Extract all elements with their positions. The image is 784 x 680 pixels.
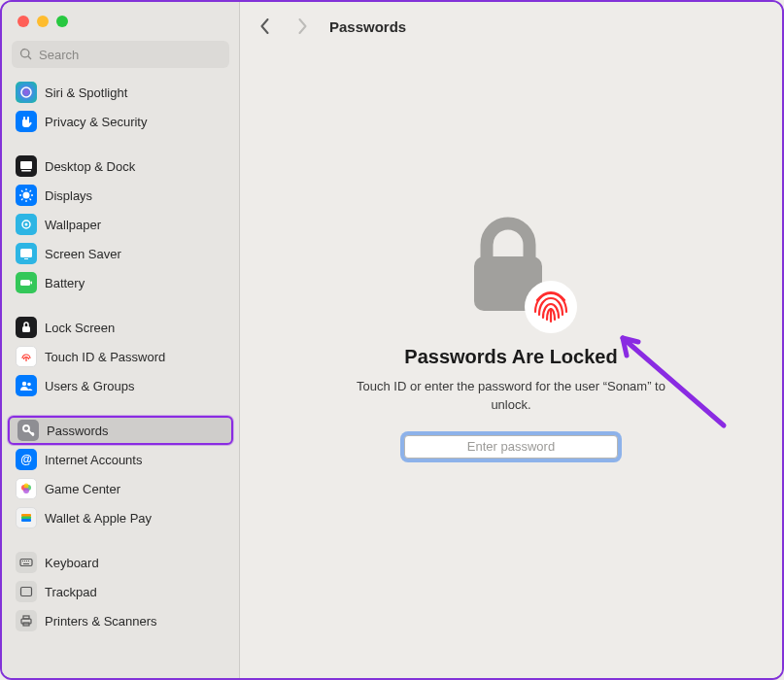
toolbar: Passwords: [240, 2, 782, 51]
sidebar-item-users-groups[interactable]: Users & Groups: [8, 371, 233, 400]
trackpad-icon: [16, 581, 37, 602]
svg-rect-16: [20, 280, 30, 286]
sidebar-item-label: Printers & Scanners: [45, 614, 157, 629]
sidebar-item-passwords[interactable]: Passwords: [8, 416, 233, 445]
lockscreen-icon: [16, 317, 37, 338]
svg-line-8: [21, 190, 23, 192]
search-icon: [19, 48, 33, 61]
sidebar-item-label: Wallet & Apple Pay: [45, 511, 152, 526]
maximize-window-button[interactable]: [56, 16, 68, 27]
svg-rect-36: [21, 588, 32, 596]
hand-icon: [16, 111, 37, 132]
svg-line-11: [30, 190, 32, 192]
sidebar-item-label: Passwords: [47, 424, 109, 438]
printer-icon: [16, 610, 37, 631]
locked-subtext: Touch ID or enter the password for the u…: [356, 378, 666, 413]
svg-rect-31: [22, 561, 23, 561]
wallet-icon: [16, 507, 37, 528]
sidebar-item-label: Keyboard: [45, 556, 99, 570]
battery-icon: [16, 272, 37, 293]
svg-point-20: [27, 383, 31, 387]
page-title: Passwords: [329, 18, 406, 35]
lock-graphic: [458, 212, 564, 328]
sidebar-item-keyboard[interactable]: Keyboard: [8, 548, 233, 577]
svg-rect-18: [22, 326, 30, 332]
siri-icon: [16, 82, 37, 103]
svg-rect-29: [21, 519, 31, 522]
sidebar-item-label: Game Center: [45, 482, 120, 496]
svg-point-26: [24, 484, 29, 489]
sidebar-item-touch-id-password[interactable]: Touch ID & Password: [8, 342, 233, 371]
sidebar-item-siri-spotlight[interactable]: Siri & Spotlight: [8, 78, 233, 107]
locked-heading: Passwords Are Locked: [404, 346, 617, 368]
svg-point-19: [22, 382, 26, 386]
sidebar-item-battery[interactable]: Battery: [8, 268, 233, 297]
svg-point-0: [21, 87, 31, 97]
svg-rect-2: [21, 170, 31, 172]
gamecenter-icon: [16, 478, 37, 499]
svg-rect-38: [23, 616, 29, 619]
sidebar-item-label: Screen Saver: [45, 247, 121, 261]
svg-point-41: [525, 281, 577, 333]
sidebar: Siri & SpotlightPrivacy & SecurityDeskto…: [2, 2, 240, 678]
sidebar-item-game-center[interactable]: Game Center: [8, 474, 233, 503]
svg-rect-30: [20, 560, 32, 566]
sidebar-item-label: Users & Groups: [45, 379, 134, 393]
sidebar-item-label: Battery: [45, 276, 85, 290]
dock-icon: [16, 155, 37, 177]
search-container: [12, 41, 229, 68]
sidebar-item-printers-scanners[interactable]: Printers & Scanners: [8, 606, 233, 635]
wallpaper-icon: [16, 214, 37, 235]
sidebar-item-label: Internet Accounts: [45, 453, 142, 467]
sidebar-item-label: Desktop & Dock: [45, 159, 135, 174]
sidebar-item-label: Trackpad: [45, 585, 97, 599]
sidebar-item-trackpad[interactable]: Trackpad: [8, 577, 233, 606]
touchid-icon: [16, 346, 37, 367]
sidebar-item-wallpaper[interactable]: Wallpaper: [8, 210, 233, 239]
svg-text:@: @: [20, 453, 32, 466]
nav-forward-button[interactable]: [292, 17, 312, 36]
fingerprint-icon: [524, 280, 578, 334]
sidebar-item-displays[interactable]: Displays: [8, 181, 233, 210]
users-icon: [16, 375, 37, 396]
close-window-button[interactable]: [17, 16, 29, 27]
svg-point-13: [25, 223, 28, 226]
sidebar-item-desktop-dock[interactable]: Desktop & Dock: [8, 152, 233, 181]
sidebar-item-label: Displays: [45, 188, 92, 203]
svg-line-9: [30, 199, 32, 201]
sidebar-list: Siri & SpotlightPrivacy & SecurityDeskto…: [2, 78, 239, 678]
svg-rect-14: [20, 249, 32, 257]
sidebar-item-internet-accounts[interactable]: @Internet Accounts: [8, 445, 233, 474]
sidebar-item-label: Wallpaper: [45, 218, 101, 232]
svg-point-3: [23, 192, 30, 199]
minimize-window-button[interactable]: [37, 16, 49, 27]
sidebar-item-screen-saver[interactable]: Screen Saver: [8, 239, 233, 268]
sidebar-item-label: Siri & Spotlight: [45, 85, 127, 100]
svg-point-25: [23, 488, 29, 493]
search-input[interactable]: [12, 41, 229, 68]
key-icon: [17, 420, 39, 441]
screensaver-icon: [16, 243, 37, 264]
svg-line-10: [21, 199, 23, 201]
svg-rect-1: [20, 161, 32, 169]
svg-rect-17: [31, 282, 33, 285]
at-icon: @: [16, 449, 37, 470]
svg-rect-32: [24, 561, 25, 561]
svg-rect-15: [24, 258, 28, 259]
sidebar-item-wallet-apple-pay[interactable]: Wallet & Apple Pay: [8, 503, 233, 532]
sidebar-item-label: Privacy & Security: [45, 115, 147, 129]
sidebar-item-label: Lock Screen: [45, 321, 115, 335]
svg-rect-34: [28, 561, 29, 561]
nav-back-button[interactable]: [256, 17, 275, 36]
svg-rect-35: [23, 563, 29, 564]
svg-rect-33: [26, 561, 27, 561]
sidebar-item-privacy-security[interactable]: Privacy & Security: [8, 107, 233, 136]
window-controls: [2, 2, 239, 35]
displays-icon: [16, 185, 37, 206]
password-input[interactable]: [404, 435, 618, 459]
content: Passwords Are Locked Touch ID or enter t…: [240, 51, 782, 678]
sidebar-item-lock-screen[interactable]: Lock Screen: [8, 313, 233, 342]
main-panel: Passwords Passwords Are Locked Touch: [240, 2, 782, 678]
sidebar-item-label: Touch ID & Password: [45, 350, 165, 364]
keyboard-icon: [16, 552, 37, 573]
